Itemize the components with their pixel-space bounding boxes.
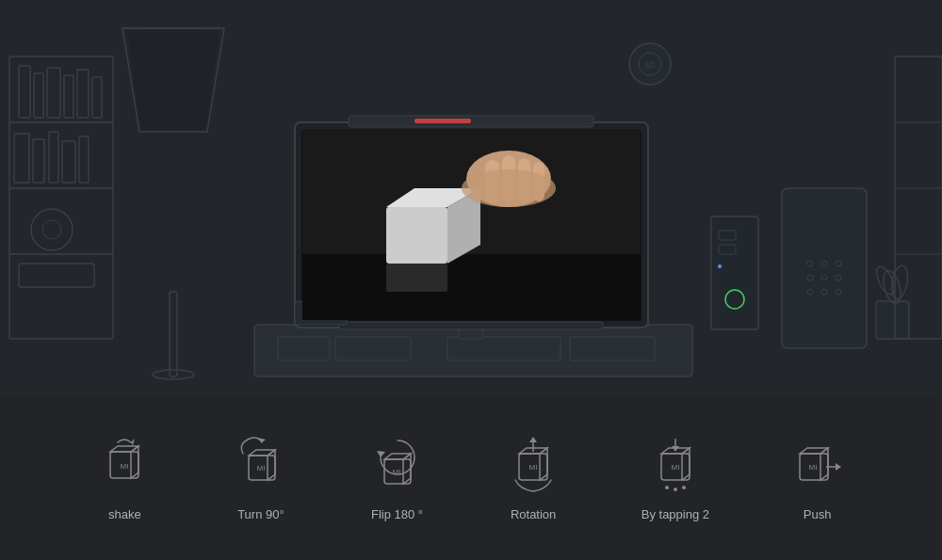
- svg-marker-85: [268, 450, 275, 480]
- action-item-flip180: MI Flip 180 °: [369, 434, 426, 521]
- svg-point-43: [718, 264, 722, 268]
- svg-point-46: [821, 261, 827, 266]
- svg-rect-27: [278, 337, 330, 360]
- tapping-label: By tapping 2: [642, 507, 709, 521]
- svg-point-42: [725, 290, 744, 309]
- svg-point-76: [462, 169, 556, 207]
- svg-rect-70: [386, 264, 447, 292]
- svg-rect-28: [335, 337, 411, 360]
- svg-point-48: [807, 275, 813, 280]
- svg-point-55: [881, 269, 904, 306]
- svg-text:MI: MI: [121, 462, 129, 471]
- push-label: Push: [804, 507, 832, 521]
- svg-rect-67: [386, 207, 447, 264]
- svg-rect-40: [719, 231, 736, 240]
- svg-point-47: [836, 261, 841, 266]
- svg-marker-68: [386, 188, 480, 207]
- shake-label: shake: [108, 507, 141, 521]
- svg-rect-36: [339, 322, 603, 329]
- svg-text:MI: MI: [392, 468, 400, 476]
- svg-rect-58: [895, 56, 942, 339]
- svg-text:MI: MI: [529, 463, 538, 472]
- tapping-icon: MI: [647, 434, 704, 500]
- svg-rect-6: [34, 73, 43, 118]
- svg-point-105: [674, 488, 677, 491]
- svg-marker-87: [377, 451, 385, 457]
- svg-point-57: [873, 264, 898, 297]
- svg-rect-14: [62, 141, 75, 183]
- action-item-shake: MI shake: [96, 434, 153, 521]
- svg-rect-37: [295, 301, 347, 325]
- svg-rect-73: [502, 155, 515, 202]
- action-item-turn90: MI Turn 90°: [233, 434, 289, 521]
- svg-marker-80: [131, 446, 138, 478]
- svg-rect-10: [92, 77, 102, 118]
- svg-point-53: [836, 289, 841, 295]
- svg-point-49: [821, 275, 827, 280]
- svg-rect-75: [533, 162, 544, 201]
- svg-rect-38: [303, 307, 322, 312]
- action-item-push: MI Push: [789, 434, 846, 521]
- svg-marker-99: [672, 446, 679, 452]
- push-icon: MI: [789, 434, 846, 500]
- action-item-tapping: MI By tapping 2: [642, 434, 709, 521]
- svg-rect-54: [876, 301, 909, 339]
- flip180-label: Flip 180 °: [371, 507, 423, 521]
- svg-point-45: [807, 261, 813, 266]
- svg-point-62: [629, 43, 671, 85]
- svg-point-52: [821, 289, 827, 295]
- svg-point-51: [807, 289, 813, 295]
- shake-icon: MI: [96, 434, 153, 500]
- svg-rect-29: [447, 337, 560, 360]
- action-item-rotation: MI Rotation: [505, 434, 561, 521]
- svg-text:MI: MI: [671, 463, 679, 472]
- svg-marker-111: [820, 448, 828, 480]
- svg-marker-108: [836, 463, 841, 471]
- svg-rect-44: [782, 188, 867, 348]
- svg-marker-25: [127, 30, 219, 130]
- svg-rect-65: [302, 131, 641, 320]
- action-bar: MI shake MI Turn 90°: [0, 395, 942, 560]
- svg-rect-72: [485, 160, 499, 202]
- svg-rect-13: [49, 132, 58, 183]
- svg-rect-9: [77, 70, 89, 118]
- svg-rect-11: [14, 134, 29, 183]
- svg-rect-5: [19, 66, 30, 118]
- svg-marker-96: [540, 448, 547, 480]
- svg-rect-31: [295, 122, 648, 328]
- svg-marker-102: [682, 448, 690, 480]
- svg-rect-41: [719, 245, 736, 254]
- turn90-icon: MI: [233, 434, 289, 500]
- svg-rect-15: [79, 136, 89, 183]
- svg-text:MI: MI: [644, 60, 655, 71]
- flip180-icon: MI: [369, 434, 426, 500]
- svg-rect-8: [64, 75, 73, 118]
- svg-point-104: [665, 486, 669, 489]
- svg-text:MI: MI: [808, 463, 817, 472]
- rotation-icon: MI: [505, 434, 561, 500]
- svg-point-20: [153, 370, 194, 379]
- svg-point-56: [889, 264, 910, 300]
- svg-marker-82: [257, 438, 266, 442]
- svg-point-16: [31, 209, 73, 250]
- svg-marker-77: [131, 439, 135, 445]
- svg-rect-7: [47, 68, 60, 118]
- svg-point-63: [639, 53, 661, 75]
- svg-point-106: [682, 486, 686, 489]
- svg-rect-39: [711, 216, 758, 329]
- svg-text:MI: MI: [256, 464, 265, 472]
- svg-rect-12: [33, 139, 44, 183]
- svg-rect-33: [349, 116, 593, 127]
- svg-point-50: [836, 275, 841, 280]
- rotation-label: Rotation: [511, 507, 556, 521]
- svg-rect-30: [570, 337, 655, 360]
- svg-rect-32: [301, 130, 642, 321]
- svg-marker-93: [529, 437, 537, 442]
- scene-area: MI: [0, 0, 942, 395]
- turn90-label: Turn 90°: [237, 507, 284, 521]
- svg-rect-19: [170, 292, 177, 376]
- svg-marker-21: [122, 28, 224, 132]
- svg-rect-34: [414, 119, 471, 123]
- svg-rect-66: [302, 254, 641, 320]
- svg-point-71: [466, 151, 551, 207]
